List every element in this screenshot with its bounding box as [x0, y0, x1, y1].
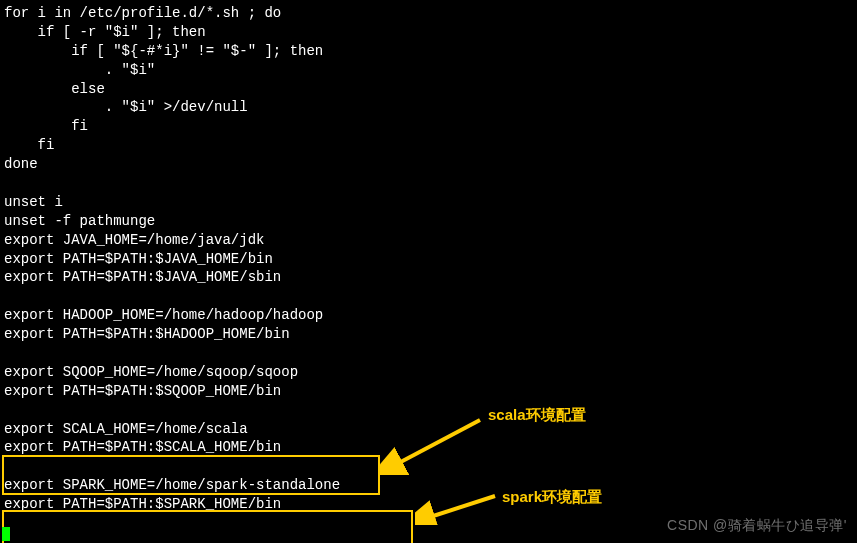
terminal-output: for i in /etc/profile.d/*.sh ; do if [ -… — [0, 0, 857, 518]
watermark-text: CSDN @骑着蜗牛ひ追导弹' — [667, 517, 847, 535]
terminal-cursor — [2, 527, 10, 541]
spark-annotation-label: spark环境配置 — [502, 488, 602, 507]
scala-annotation-label: scala环境配置 — [488, 406, 586, 425]
